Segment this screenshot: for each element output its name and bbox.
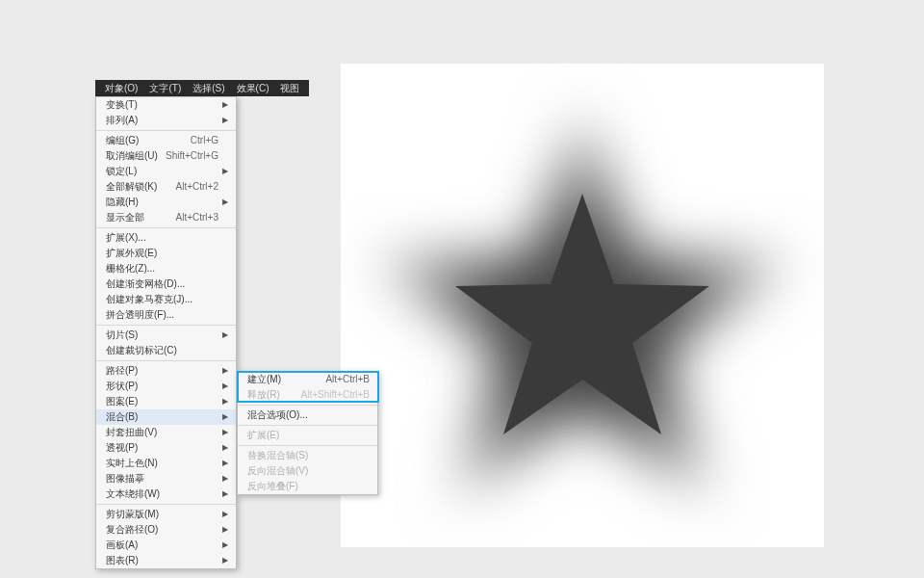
menu-item-label: 创建裁切标记(C) xyxy=(106,343,218,358)
menu-item[interactable]: 透视(P)▶ xyxy=(96,440,236,456)
submenu-item[interactable]: 混合选项(O)... xyxy=(238,407,377,423)
menu-item[interactable]: 图表(R)▶ xyxy=(96,553,236,568)
object-menu-dropdown: 变换(T)▶排列(A)▶编组(G)Ctrl+G取消编组(U)Shift+Ctrl… xyxy=(95,96,237,569)
menu-item-label: 文本绕排(W) xyxy=(106,486,218,502)
menu-separator xyxy=(96,130,236,131)
menu-item-label: 锁定(L) xyxy=(106,164,218,179)
menu-item[interactable]: 形状(P)▶ xyxy=(96,379,236,394)
menu-item[interactable]: 栅格化(Z)... xyxy=(96,261,236,276)
submenu-item-shortcut: Alt+Ctrl+B xyxy=(325,372,370,387)
menu-item[interactable]: 排列(A)▶ xyxy=(96,113,236,128)
menu-item-label: 混合(B) xyxy=(106,409,218,425)
menu-item[interactable]: 创建裁切标记(C) xyxy=(96,343,236,358)
menu-separator xyxy=(238,405,377,406)
menu-separator xyxy=(96,360,236,361)
submenu-arrow-icon: ▶ xyxy=(222,97,228,113)
menu-item[interactable]: 创建对象马赛克(J)... xyxy=(96,292,236,307)
submenu-item[interactable]: 建立(M)Alt+Ctrl+B xyxy=(238,372,377,387)
menu-item[interactable]: 封套扭曲(V)▶ xyxy=(96,425,236,440)
submenu-arrow-icon: ▶ xyxy=(222,486,228,502)
submenu-arrow-icon: ▶ xyxy=(222,553,228,568)
menu-item-label: 实时上色(N) xyxy=(106,456,218,471)
submenu-item-label: 反向堆叠(F) xyxy=(247,479,370,494)
submenu-arrow-icon: ▶ xyxy=(222,456,228,471)
menu-effect[interactable]: 效果(C) xyxy=(231,80,275,96)
submenu-item: 替换混合轴(S) xyxy=(238,448,377,463)
menu-separator xyxy=(96,325,236,326)
menu-item[interactable]: 拼合透明度(F)... xyxy=(96,307,236,323)
menu-item[interactable]: 锁定(L)▶ xyxy=(96,164,236,179)
menu-item-label: 透视(P) xyxy=(106,440,218,456)
menu-item[interactable]: 隐藏(H)▶ xyxy=(96,195,236,210)
menu-item-shortcut: Shift+Ctrl+G xyxy=(166,148,218,164)
submenu-arrow-icon: ▶ xyxy=(222,425,228,440)
menu-item[interactable]: 实时上色(N)▶ xyxy=(96,456,236,471)
menu-item-shortcut: Ctrl+G xyxy=(191,133,218,148)
menu-view[interactable]: 视图 xyxy=(274,80,305,96)
menu-type[interactable]: 文字(T) xyxy=(143,80,187,96)
submenu-arrow-icon: ▶ xyxy=(222,195,228,210)
menu-item[interactable]: 显示全部Alt+Ctrl+3 xyxy=(96,210,236,225)
submenu-arrow-icon: ▶ xyxy=(222,522,228,538)
menu-item[interactable]: 变换(T)▶ xyxy=(96,97,236,113)
menu-item[interactable]: 全部解锁(K)Alt+Ctrl+2 xyxy=(96,179,236,195)
submenu-arrow-icon: ▶ xyxy=(222,440,228,456)
submenu-item-label: 释放(R) xyxy=(247,387,295,403)
menu-item[interactable]: 创建渐变网格(D)... xyxy=(96,276,236,292)
menu-separator xyxy=(96,504,236,505)
menu-item[interactable]: 图案(E)▶ xyxy=(96,394,236,409)
menu-item-label: 创建对象马赛克(J)... xyxy=(106,292,218,307)
menu-item-label: 图案(E) xyxy=(106,394,218,409)
menu-item-label: 编组(G) xyxy=(106,133,185,148)
submenu-arrow-icon: ▶ xyxy=(222,538,228,553)
menu-object[interactable]: 对象(O) xyxy=(99,80,143,96)
menu-item-label: 隐藏(H) xyxy=(106,195,218,210)
submenu-arrow-icon: ▶ xyxy=(222,328,228,343)
menu-item-label: 封套扭曲(V) xyxy=(106,425,218,440)
menu-item-label: 图像描摹 xyxy=(106,471,218,486)
menu-item[interactable]: 取消编组(U)Shift+Ctrl+G xyxy=(96,148,236,164)
menu-item-label: 扩展外观(E) xyxy=(106,246,218,261)
menu-item-label: 路径(P) xyxy=(106,363,218,379)
menu-item-shortcut: Alt+Ctrl+2 xyxy=(176,179,218,195)
menu-item-label: 创建渐变网格(D)... xyxy=(106,276,218,292)
submenu-arrow-icon: ▶ xyxy=(222,409,228,425)
menu-select[interactable]: 选择(S) xyxy=(187,80,230,96)
submenu-item-label: 替换混合轴(S) xyxy=(247,448,370,463)
menu-item[interactable]: 路径(P)▶ xyxy=(96,363,236,379)
menu-item-label: 图表(R) xyxy=(106,553,218,568)
menu-item[interactable]: 扩展外观(E) xyxy=(96,246,236,261)
menu-item-label: 形状(P) xyxy=(106,379,218,394)
menu-item-label: 取消编组(U) xyxy=(106,148,160,164)
submenu-arrow-icon: ▶ xyxy=(222,471,228,486)
menu-item[interactable]: 切片(S)▶ xyxy=(96,328,236,343)
menu-item[interactable]: 复合路径(O)▶ xyxy=(96,522,236,538)
submenu-item: 反向堆叠(F) xyxy=(238,479,377,494)
menu-separator xyxy=(96,227,236,228)
menu-item-label: 排列(A) xyxy=(106,113,218,128)
submenu-arrow-icon: ▶ xyxy=(222,394,228,409)
submenu-arrow-icon: ▶ xyxy=(222,113,228,128)
blend-submenu: 建立(M)Alt+Ctrl+B释放(R)Alt+Shift+Ctrl+B混合选项… xyxy=(237,371,378,495)
submenu-arrow-icon: ▶ xyxy=(222,379,228,394)
submenu-item: 反向混合轴(V) xyxy=(238,463,377,479)
menu-item-label: 切片(S) xyxy=(106,328,218,343)
menu-item[interactable]: 混合(B)▶ xyxy=(96,409,236,425)
menubar: 对象(O) 文字(T) 选择(S) 效果(C) 视图 xyxy=(95,80,309,96)
menu-item[interactable]: 图像描摹▶ xyxy=(96,471,236,486)
menu-separator xyxy=(238,445,377,446)
menu-item-label: 剪切蒙版(M) xyxy=(106,507,218,522)
menu-item[interactable]: 编组(G)Ctrl+G xyxy=(96,133,236,148)
menu-item-shortcut: Alt+Ctrl+3 xyxy=(176,210,218,225)
menu-item-label: 复合路径(O) xyxy=(106,522,218,538)
submenu-arrow-icon: ▶ xyxy=(222,164,228,179)
menu-item[interactable]: 扩展(X)... xyxy=(96,230,236,246)
submenu-item: 扩展(E) xyxy=(238,428,377,443)
menu-item[interactable]: 文本绕排(W)▶ xyxy=(96,486,236,502)
menu-item[interactable]: 剪切蒙版(M)▶ xyxy=(96,507,236,522)
menu-item[interactable]: 画板(A)▶ xyxy=(96,538,236,553)
submenu-item: 释放(R)Alt+Shift+Ctrl+B xyxy=(238,387,377,403)
canvas xyxy=(341,64,824,547)
submenu-item-label: 反向混合轴(V) xyxy=(247,463,370,479)
submenu-arrow-icon: ▶ xyxy=(222,507,228,522)
